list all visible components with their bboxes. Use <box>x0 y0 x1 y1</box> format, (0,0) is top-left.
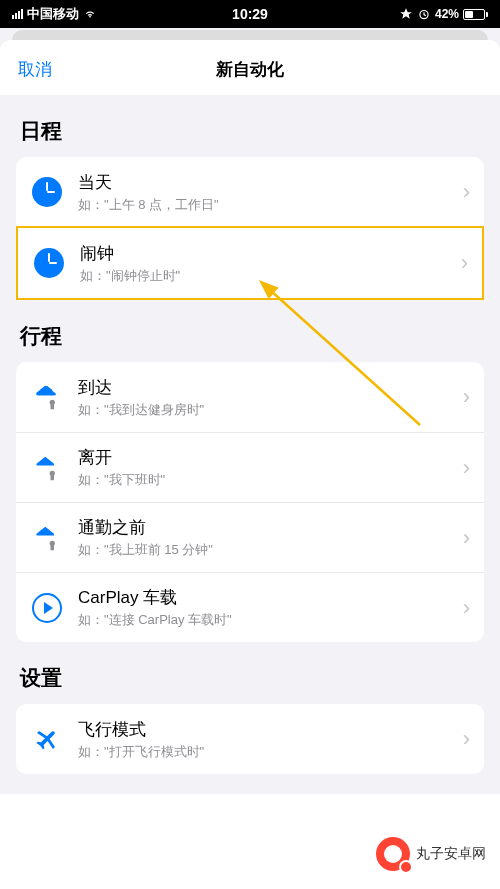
location-icon <box>399 7 413 21</box>
status-bar: 中国移动 10:29 42% <box>0 0 500 28</box>
svg-rect-4 <box>51 475 55 480</box>
chevron-right-icon: › <box>463 525 470 551</box>
battery-icon <box>463 9 488 20</box>
row-title: 当天 <box>78 171 463 194</box>
row-subtitle: 如："我下班时" <box>78 471 463 489</box>
house-arrive-icon <box>30 380 64 414</box>
section-title-settings: 设置 <box>0 642 500 704</box>
row-carplay[interactable]: CarPlay 车载 如："连接 CarPlay 车载时" › <box>16 572 484 642</box>
section-title-travel: 行程 <box>0 300 500 362</box>
row-leave[interactable]: 离开 如："我下班时" › <box>16 432 484 502</box>
row-title: 到达 <box>78 376 463 399</box>
status-time: 10:29 <box>232 6 268 22</box>
clock-icon <box>32 246 66 280</box>
svg-rect-6 <box>51 545 55 550</box>
status-right: 42% <box>399 7 488 21</box>
house-leave-icon <box>30 451 64 485</box>
row-subtitle: 如："连接 CarPlay 车载时" <box>78 611 463 629</box>
clock-icon <box>30 175 64 209</box>
row-today[interactable]: 当天 如："上午 8 点，工作日" › <box>16 157 484 227</box>
row-subtitle: 如："闹钟停止时" <box>80 267 461 285</box>
chevron-right-icon: › <box>463 384 470 410</box>
watermark-logo-icon <box>376 837 410 871</box>
chevron-right-icon: › <box>463 595 470 621</box>
row-subtitle: 如："上午 8 点，工作日" <box>78 196 463 214</box>
row-title: 闹钟 <box>80 242 461 265</box>
row-title: 通勤之前 <box>78 516 463 539</box>
wifi-icon <box>83 7 97 21</box>
airplane-icon <box>30 722 64 756</box>
battery-percent: 42% <box>435 7 459 21</box>
house-commute-icon <box>30 521 64 555</box>
signal-icon <box>12 9 23 19</box>
row-title: 飞行模式 <box>78 718 463 741</box>
row-arrive[interactable]: 到达 如："我到达健身房时" › <box>16 362 484 432</box>
row-subtitle: 如："打开飞行模式时" <box>78 743 463 761</box>
cancel-button[interactable]: 取消 <box>18 58 52 81</box>
status-left: 中国移动 <box>12 5 97 23</box>
row-alarm[interactable]: 闹钟 如："闹钟停止时" › <box>18 228 482 298</box>
nav-header: 取消 新自动化 <box>0 40 500 95</box>
chevron-right-icon: › <box>463 455 470 481</box>
page-title: 新自动化 <box>216 58 284 81</box>
row-commute[interactable]: 通勤之前 如："我上班前 15 分钟" › <box>16 502 484 572</box>
row-title: CarPlay 车载 <box>78 586 463 609</box>
carrier-label: 中国移动 <box>27 5 79 23</box>
row-subtitle: 如："我上班前 15 分钟" <box>78 541 463 559</box>
sheet-content: 取消 新自动化 日程 当天 如："上午 8 点，工作日" › 闹钟 如："闹钟停… <box>0 40 500 889</box>
row-title: 离开 <box>78 446 463 469</box>
chevron-right-icon: › <box>463 726 470 752</box>
carplay-icon <box>30 591 64 625</box>
chevron-right-icon: › <box>463 179 470 205</box>
section-title-schedule: 日程 <box>0 95 500 157</box>
svg-rect-2 <box>51 404 55 409</box>
row-subtitle: 如："我到达健身房时" <box>78 401 463 419</box>
alarm-icon <box>417 7 431 21</box>
row-airplane-mode[interactable]: 飞行模式 如："打开飞行模式时" › <box>16 704 484 774</box>
watermark: 丸子安卓网 <box>376 837 486 871</box>
watermark-text: 丸子安卓网 <box>416 845 486 863</box>
chevron-right-icon: › <box>461 250 468 276</box>
